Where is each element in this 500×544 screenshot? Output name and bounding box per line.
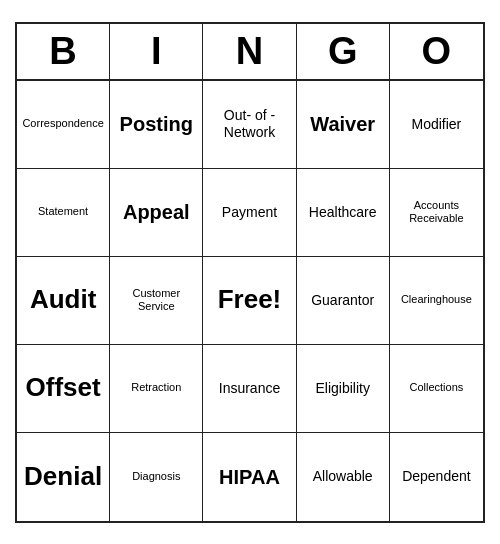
bingo-cell-7: Payment: [203, 169, 296, 257]
header-letter-i: I: [110, 24, 203, 79]
bingo-cell-13: Guarantor: [297, 257, 390, 345]
bingo-cell-10: Audit: [17, 257, 110, 345]
bingo-header: BINGO: [17, 24, 483, 81]
bingo-cell-6: Appeal: [110, 169, 203, 257]
bingo-cell-15: Offset: [17, 345, 110, 433]
header-letter-b: B: [17, 24, 110, 79]
bingo-cell-8: Healthcare: [297, 169, 390, 257]
bingo-cell-3: Waiver: [297, 81, 390, 169]
bingo-cell-5: Statement: [17, 169, 110, 257]
bingo-cell-9: Accounts Receivable: [390, 169, 483, 257]
bingo-cell-18: Eligibility: [297, 345, 390, 433]
header-letter-o: O: [390, 24, 483, 79]
bingo-cell-16: Retraction: [110, 345, 203, 433]
bingo-cell-22: HIPAA: [203, 433, 296, 521]
bingo-grid: CorrespondencePostingOut- of -NetworkWai…: [17, 81, 483, 521]
bingo-cell-23: Allowable: [297, 433, 390, 521]
bingo-card: BINGO CorrespondencePostingOut- of -Netw…: [15, 22, 485, 523]
bingo-cell-24: Dependent: [390, 433, 483, 521]
bingo-cell-20: Denial: [17, 433, 110, 521]
header-letter-n: N: [203, 24, 296, 79]
bingo-cell-12: Free!: [203, 257, 296, 345]
bingo-cell-14: Clearinghouse: [390, 257, 483, 345]
bingo-cell-11: Customer Service: [110, 257, 203, 345]
bingo-cell-19: Collections: [390, 345, 483, 433]
bingo-cell-4: Modifier: [390, 81, 483, 169]
bingo-cell-1: Posting: [110, 81, 203, 169]
header-letter-g: G: [297, 24, 390, 79]
bingo-cell-17: Insurance: [203, 345, 296, 433]
bingo-cell-2: Out- of -Network: [203, 81, 296, 169]
bingo-cell-0: Correspondence: [17, 81, 110, 169]
bingo-cell-21: Diagnosis: [110, 433, 203, 521]
